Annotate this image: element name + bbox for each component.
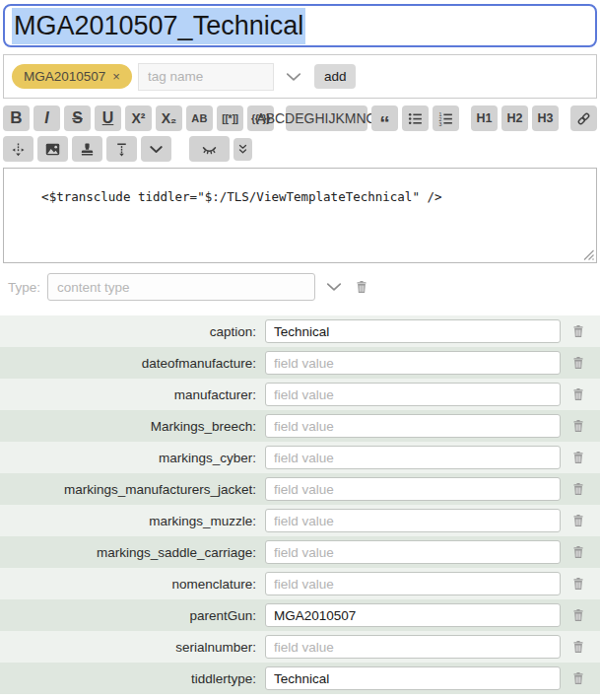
- delete-field-button[interactable]: [570, 669, 587, 688]
- field-row: markings_muzzle: [0, 505, 600, 536]
- title-input[interactable]: MGA2010507_Technical: [3, 4, 597, 47]
- link-brackets-button[interactable]: [[*]]: [217, 105, 243, 131]
- quote-button[interactable]: “: [371, 105, 398, 131]
- heading-3-button[interactable]: H3: [532, 105, 559, 131]
- field-value-input[interactable]: [265, 603, 561, 627]
- delete-field-button[interactable]: [570, 385, 587, 404]
- trash-icon: [354, 278, 370, 296]
- trash-icon: [570, 638, 587, 656]
- tag-name-input[interactable]: [138, 63, 274, 91]
- delete-field-button[interactable]: [570, 480, 587, 499]
- italic-button[interactable]: I: [33, 105, 60, 131]
- field-value-input[interactable]: [265, 351, 561, 375]
- field-value-input[interactable]: [265, 540, 561, 564]
- underline-button[interactable]: U: [95, 105, 121, 131]
- resize-handle-icon[interactable]: [583, 249, 594, 260]
- superscript-button[interactable]: X²: [125, 105, 152, 131]
- field-value-input[interactable]: [265, 383, 561, 406]
- field-row: tiddlertype: [0, 663, 600, 694]
- heading-1-button[interactable]: H1: [471, 105, 498, 131]
- add-tag-button[interactable]: add: [314, 64, 357, 89]
- trash-icon: [570, 417, 587, 435]
- type-dropdown-button[interactable]: [323, 275, 347, 299]
- heading-2-button[interactable]: H2: [501, 105, 528, 131]
- delete-field-button[interactable]: [570, 449, 587, 467]
- more-icon: [148, 141, 165, 158]
- delete-field-button[interactable]: [570, 417, 587, 436]
- field-label: markings_muzzle: [0, 514, 256, 528]
- trash-icon: [570, 575, 587, 593]
- field-label: Markings_breech: [0, 419, 256, 434]
- trash-icon: [570, 606, 587, 624]
- field-row: markings_saddle_carriage: [0, 536, 600, 568]
- tag-pill[interactable]: MGA2010507 ×: [12, 64, 132, 89]
- field-label: nomenclature: [0, 577, 256, 592]
- list-bullet-button[interactable]: [402, 105, 429, 131]
- excise-icon: [10, 141, 27, 158]
- strikethrough-button[interactable]: S: [64, 105, 91, 131]
- trash-icon: [570, 512, 587, 529]
- font-size-button[interactable]: ABCDEGHIJKMNOPQ: [286, 105, 367, 131]
- field-label: serialnumber: [0, 640, 256, 655]
- field-value-input[interactable]: [265, 477, 561, 501]
- field-label: dateofmanufacture: [0, 356, 256, 371]
- link-button[interactable]: [570, 105, 597, 131]
- field-label: parentGun: [0, 608, 256, 623]
- delete-field-button[interactable]: [570, 322, 587, 341]
- field-list: captiondateofmanufacturemanufacturerMark…: [0, 315, 600, 694]
- editor-toolbar-row-2: [3, 136, 597, 162]
- title-selected-text: MGA2010507_Technical: [12, 8, 305, 44]
- field-value-input[interactable]: [265, 572, 561, 595]
- subscript-button[interactable]: X₂: [156, 105, 182, 131]
- more-button[interactable]: [141, 136, 171, 162]
- field-value-input[interactable]: [265, 635, 561, 659]
- preview-type-button[interactable]: [233, 138, 252, 161]
- delete-field-button[interactable]: [570, 354, 587, 373]
- body-editor[interactable]: <$transclude tiddler="$:/TLS/ViewTemplat…: [3, 168, 597, 263]
- content-type-input[interactable]: [47, 273, 315, 301]
- tag-pill-label: MGA2010507: [24, 69, 105, 84]
- field-row: parentGun: [0, 599, 600, 631]
- trash-icon: [570, 385, 587, 403]
- field-value-input[interactable]: [265, 414, 561, 438]
- list-number-button[interactable]: 123: [433, 105, 459, 131]
- editor-height-button[interactable]: [106, 136, 137, 162]
- delete-field-button[interactable]: [570, 543, 587, 562]
- field-value-input[interactable]: [265, 319, 561, 343]
- link-icon: [575, 110, 592, 127]
- field-label: markings_saddle_carriage: [0, 545, 256, 560]
- preview-button[interactable]: [189, 136, 230, 162]
- trash-icon: [570, 669, 587, 687]
- delete-type-button[interactable]: [354, 278, 370, 297]
- chevron-down-icon: [284, 67, 305, 87]
- field-value-input[interactable]: [265, 666, 561, 690]
- field-row: Markings_breech: [0, 410, 600, 442]
- delete-field-button[interactable]: [570, 575, 587, 594]
- body-text: <$transclude tiddler="$:/TLS/ViewTemplat…: [41, 189, 441, 204]
- field-label: markings_cyber: [0, 451, 256, 465]
- mono-button[interactable]: AB: [186, 105, 213, 131]
- trash-icon: [570, 354, 587, 372]
- picture-button[interactable]: [37, 136, 68, 162]
- trash-icon: [570, 480, 587, 498]
- bold-button[interactable]: B: [3, 105, 30, 131]
- delete-field-button[interactable]: [570, 606, 587, 625]
- remove-tag-icon[interactable]: ×: [112, 69, 120, 84]
- trash-icon: [570, 543, 587, 561]
- editor-height-icon: [113, 141, 130, 158]
- field-value-input[interactable]: [265, 446, 561, 469]
- delete-field-button[interactable]: [570, 512, 587, 530]
- field-label: tiddlertype: [0, 671, 256, 686]
- preview-type-icon: [236, 143, 249, 156]
- tiddler-editor: MGA2010507_Technical MGA2010507 × add BI…: [0, 4, 600, 694]
- list-bullet-icon: [407, 110, 424, 127]
- trash-icon: [570, 322, 587, 340]
- trash-icon: [570, 449, 587, 466]
- delete-field-button[interactable]: [570, 638, 587, 657]
- excise-button[interactable]: [3, 136, 33, 162]
- field-value-input[interactable]: [265, 509, 561, 532]
- stamp-icon: [79, 141, 96, 158]
- stamp-button[interactable]: [72, 136, 102, 162]
- list-number-icon: 123: [437, 110, 454, 127]
- tag-dropdown-button[interactable]: [283, 65, 306, 89]
